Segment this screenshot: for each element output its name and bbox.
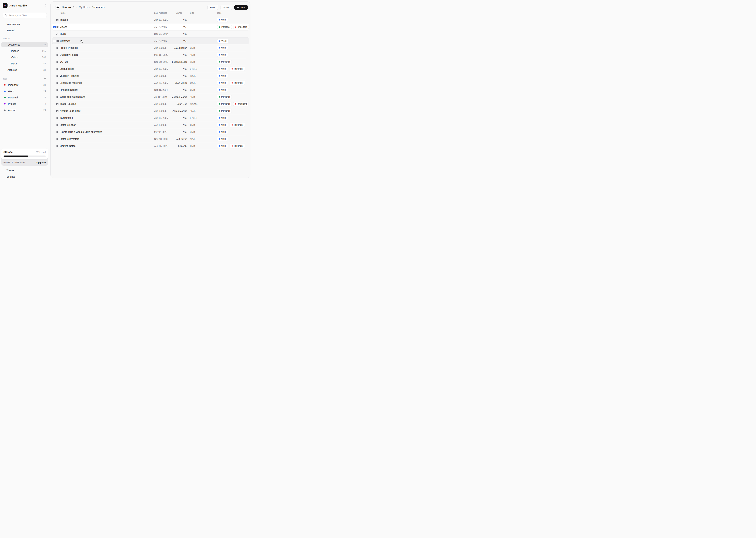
- upgrade-button[interactable]: Upgrade: [36, 161, 46, 164]
- tag-color-dot: [219, 19, 220, 21]
- chevron-updown-icon: [44, 4, 47, 7]
- file-owner: You: [171, 24, 187, 30]
- file-owner: Joseph Mama: [171, 93, 187, 100]
- file-owner: You: [171, 65, 187, 72]
- file-owner: Jeff Bezos: [171, 135, 187, 142]
- file-name: Letter to Investors: [60, 135, 79, 142]
- table-row[interactable]: Scheduled meetingsJan 20, 2025Jean Meije…: [52, 79, 249, 86]
- file-size: 5MB: [190, 128, 195, 135]
- sidebar-folder-images[interactable]: Images865: [1, 48, 48, 53]
- tag-color-dot: [4, 97, 6, 98]
- search-box[interactable]: [3, 13, 47, 18]
- sidebar-tag-important[interactable]: Important24: [1, 82, 48, 87]
- sidebar-item-settings[interactable]: Settings: [1, 174, 48, 179]
- sidebar-folder-documents[interactable]: Documents24: [1, 42, 48, 47]
- doc-file-icon: [56, 44, 59, 51]
- tag-label: Work: [8, 90, 43, 93]
- table-row[interactable]: MusicDec 31, 2024You: [52, 30, 249, 37]
- sidebar-tag-archive[interactable]: Archive24: [1, 108, 48, 113]
- row-checkbox-checked[interactable]: [53, 26, 56, 28]
- file-modified: Jun 8, 2025: [154, 37, 167, 44]
- workspace-chevron-updown-icon[interactable]: [72, 6, 75, 8]
- table-row[interactable]: Project ProposalJun 2, 2025David Bauch2M…: [52, 44, 249, 51]
- column-header-name[interactable]: Name: [60, 12, 66, 14]
- table-row[interactable]: ImagesJun 12, 2025YouWork: [52, 16, 249, 23]
- table-row[interactable]: Invoice0564Jun 10, 2025You879KBWork: [52, 114, 249, 121]
- file-name: Contracts: [60, 37, 71, 44]
- folder-label: Documents: [8, 43, 43, 46]
- sidebar-tag-personal[interactable]: Personal24: [1, 95, 48, 100]
- file-modified: Jan 20, 2025: [154, 79, 168, 86]
- table-row[interactable]: VideosJan 3, 2025YouPersonalImportant: [52, 23, 249, 30]
- folder-file-icon: [56, 37, 59, 44]
- column-header-size[interactable]: Size: [190, 12, 194, 14]
- folder-count: 865: [42, 50, 46, 52]
- column-header-owner[interactable]: Owner: [175, 12, 182, 14]
- table-row[interactable]: World domination plansJul 19, 2024Joseph…: [52, 93, 249, 100]
- folder-count: 24: [43, 69, 46, 71]
- table-row[interactable]: Startup IdeasJun 13, 2025You342KBWorkImp…: [52, 65, 249, 72]
- tag-color-dot: [219, 131, 220, 133]
- sidebar-tag-project[interactable]: Project9: [1, 101, 48, 106]
- table-row[interactable]: YC F25Sep 28, 2025Logan Reeder1MBPersona…: [52, 58, 249, 65]
- file-modified: Jun 6, 2025: [154, 100, 166, 107]
- table-row[interactable]: How to build a Google Drive alternativeM…: [52, 128, 249, 135]
- filter-button[interactable]: Filter: [208, 5, 218, 10]
- file-tags: Work: [217, 51, 228, 58]
- table-row[interactable]: Image_058654Jun 6, 2025John Doe126MBPers…: [52, 100, 249, 107]
- table-row[interactable]: ContractsJun 8, 2025YouWork: [52, 37, 249, 44]
- sidebar-folder-music[interactable]: Music42: [1, 61, 48, 66]
- table-row[interactable]: Letter to LoganJan 1, 2025You6MBWorkImpo…: [52, 121, 249, 128]
- file-size: 2MB: [190, 44, 195, 51]
- tag-color-dot: [219, 61, 220, 63]
- sidebar-item-starred[interactable]: Starred: [1, 28, 48, 33]
- sidebar-item-theme[interactable]: Theme: [1, 168, 48, 173]
- file-size: 12MB: [190, 135, 196, 142]
- file-name: Startup Ideas: [60, 65, 74, 72]
- doc-file-icon: [56, 121, 59, 128]
- table-row[interactable]: Vacation PlanningJun 8, 2025You12MBWork: [52, 72, 249, 79]
- column-header-tags[interactable]: Tags: [217, 12, 221, 14]
- tag-color-dot: [231, 68, 233, 70]
- file-tags: WorkImportant: [217, 65, 245, 72]
- file-name: Image_058654: [60, 100, 76, 107]
- tag-pill-work: Work: [217, 67, 228, 71]
- workspace-user-switcher[interactable]: Aaron Mahlke: [3, 3, 47, 8]
- tag-color-dot: [235, 27, 236, 28]
- tag-color-dot: [219, 40, 220, 42]
- sidebar-item-notifications[interactable]: Notifications: [1, 22, 48, 27]
- table-row[interactable]: Quarterly ReportMar 15, 2025You4MBWork: [52, 51, 249, 58]
- new-button[interactable]: New: [234, 5, 248, 10]
- breadcrumb-my-files[interactable]: My files: [79, 6, 87, 9]
- breadcrumb-workspace[interactable]: Nimbus: [62, 6, 71, 9]
- sidebar-folder-archives[interactable]: Archives24: [1, 68, 48, 72]
- tag-pill-work: Work: [217, 88, 228, 92]
- file-tags: Personal: [217, 93, 232, 100]
- add-tag-button[interactable]: [44, 77, 46, 80]
- column-header-modified[interactable]: Last modified: [154, 12, 167, 14]
- table-row[interactable]: Nimbus-Logo-LightJun 8, 2025Aaron Mahlke…: [52, 107, 249, 114]
- sidebar-tag-work[interactable]: Work24: [1, 89, 48, 94]
- tag-color-dot: [219, 27, 220, 28]
- tag-label: Personal: [8, 96, 43, 99]
- file-name: Meeting Notes: [60, 142, 75, 149]
- file-owner: Jean Meijer: [171, 79, 187, 86]
- nimbus-logo[interactable]: [55, 5, 60, 10]
- doc-file-icon: [56, 128, 59, 135]
- new-button-label: New: [240, 6, 245, 9]
- tag-color-dot: [231, 145, 233, 146]
- tag-color-dot: [219, 82, 220, 83]
- table-row[interactable]: Financial ReportOct 31, 2024You6MBWork: [52, 86, 249, 93]
- file-size: 45MB: [190, 107, 196, 114]
- file-tags: WorkImportant: [217, 121, 245, 128]
- tag-color-dot: [219, 138, 220, 139]
- file-size: 879KB: [190, 114, 197, 121]
- table-row[interactable]: Letter to InvestorsNov 18, 2006Jeff Bezo…: [52, 135, 249, 142]
- table-row[interactable]: Meeting NotesAug 25, 2025LizzoAbi0MBWork…: [52, 142, 249, 149]
- tag-label: Project: [8, 102, 45, 105]
- file-name: Financial Report: [60, 86, 77, 93]
- row-checkbox[interactable]: [53, 40, 56, 42]
- sidebar-folder-videos[interactable]: Videos568: [1, 55, 48, 60]
- search-input[interactable]: [8, 14, 43, 17]
- share-button[interactable]: Share: [220, 5, 232, 10]
